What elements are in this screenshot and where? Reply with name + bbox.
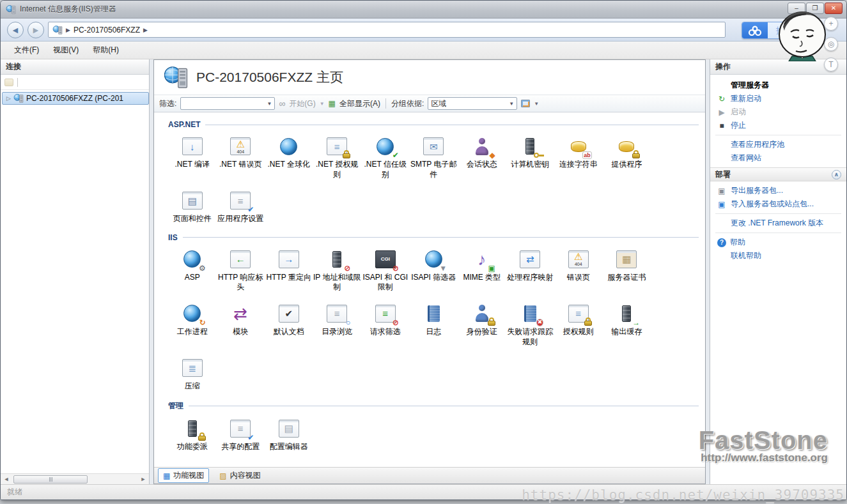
feature-isapi-filters[interactable]: ▼ISAPI 筛选器 <box>410 248 458 293</box>
save-connections-icon[interactable] <box>4 79 13 86</box>
feature-http-redirect[interactable]: →HTTP 重定向 <box>265 248 313 293</box>
restart[interactable]: ↻重新启动 <box>710 92 846 105</box>
feature-worker-processes[interactable]: ↻工作进程 <box>168 303 217 347</box>
title-bar[interactable]: Internet 信息服务(IIS)管理器 – ❐ ✕ <box>1 1 846 19</box>
feature-error-pages[interactable]: ⚠404错误页 <box>554 248 603 293</box>
tab-content-view[interactable]: ▨内容视图 <box>214 468 265 483</box>
feature-default-document[interactable]: ✔默认文档 <box>265 303 313 347</box>
baidu-netdisk-icon[interactable] <box>742 22 768 38</box>
feature-authentication[interactable]: 身份验证 <box>458 303 506 347</box>
help[interactable]: ?帮助 <box>710 236 846 249</box>
feature-net-compilation[interactable]: ↓.NET 编译 <box>168 135 217 179</box>
stop[interactable]: ■停止 <box>710 119 846 132</box>
feature-ip-address-and-domain-restrictions[interactable]: ⊘IP 地址和域限制 <box>313 248 362 293</box>
feature-label: ASP <box>185 273 200 283</box>
isapi-filters-icon: ▼ <box>421 248 446 270</box>
feature-http-response-headers[interactable]: ←HTTP 响应标头 <box>217 248 265 293</box>
change-net-framework-version[interactable]: 更改 .NET Framework 版本 <box>710 217 846 230</box>
feature-feature-delegation[interactable]: 功能委派 <box>168 418 217 452</box>
back-button[interactable]: ◄ <box>7 22 24 38</box>
action-label: 更改 .NET Framework 版本 <box>731 218 823 229</box>
view-mode-icon[interactable] <box>521 100 530 107</box>
collapse-chevron-icon[interactable]: ∧ <box>832 170 841 179</box>
breadcrumb[interactable]: PC-20170506FXZZ <box>74 26 140 34</box>
scroll-left-icon[interactable]: ◄ <box>2 476 11 482</box>
view-mode-dropdown-icon[interactable]: ▼ <box>534 101 539 107</box>
feature-mime-types[interactable]: ♪▣MIME 类型 <box>458 248 506 293</box>
menu-view[interactable]: 视图(V) <box>47 43 84 57</box>
start[interactable]: ▶启动 <box>710 105 846 119</box>
feature-request-filtering[interactable]: ≡⊘请求筛选 <box>361 303 410 347</box>
frame-shape: ▤ <box>279 420 299 438</box>
feature-configuration-editor[interactable]: ▤配置编辑器 <box>265 418 313 452</box>
feature-authorization-rules[interactable]: ≡授权规则 <box>554 303 603 347</box>
export-server-package[interactable]: ▣导出服务器包... <box>710 184 846 197</box>
feature-net-globalization[interactable]: .NET 全球化 <box>265 135 313 179</box>
online-help[interactable]: 联机帮助 <box>710 249 846 263</box>
feature-providers[interactable]: 提供程序 <box>603 135 651 179</box>
feature-output-caching[interactable]: →输出缓存 <box>603 303 651 347</box>
tab-features-view[interactable]: ▦功能视图 <box>158 468 209 483</box>
filter-input[interactable]: ▼ <box>180 97 275 110</box>
feature-pages-and-controls[interactable]: ▤页面和控件 <box>168 190 217 224</box>
feature-net-error-pages[interactable]: ⚠404.NET 错误页 <box>217 135 265 179</box>
frame-shape: ✔ <box>279 305 299 323</box>
feature-label: 错误页 <box>567 273 590 283</box>
feature-label: 功能委派 <box>177 442 208 452</box>
frame-shape: ≣ <box>182 359 203 377</box>
horizontal-scrollbar[interactable]: ◄ ► <box>1 473 149 484</box>
expander-icon[interactable]: ▷ <box>6 95 11 102</box>
group-rule <box>205 125 699 125</box>
feature-compression[interactable]: ≣压缩 <box>168 357 217 392</box>
shared-configuration-icon: ≡✔ <box>228 418 253 439</box>
authorization-rules-icon: ≡ <box>566 303 591 325</box>
frame-shape: ← <box>230 250 251 268</box>
address-box[interactable]: ▶ PC-20170506FXZZ ▶ <box>48 22 726 38</box>
scrollbar-track[interactable] <box>11 475 139 484</box>
action-label: 启动 <box>731 107 746 118</box>
feature-session-state[interactable]: ◆会话状态 <box>458 135 506 179</box>
menu-file[interactable]: 文件(F) <box>8 43 45 57</box>
feature-connection-strings[interactable]: ab连接字符串 <box>554 135 603 179</box>
import-server-or-site-package[interactable]: ▣导入服务器包或站点包... <box>710 197 846 211</box>
action-label: 查看应用程序池 <box>731 139 784 150</box>
accent-icon: ⊘ <box>392 319 399 326</box>
accent-icon: ⚙ <box>199 264 206 272</box>
go-button[interactable]: 开始(G) <box>289 98 315 109</box>
ip-address-and-domain-restrictions-icon: ⊘ <box>325 248 349 270</box>
feature-net-trust-levels[interactable]: ✔.NET 信任级别 <box>361 135 410 179</box>
mime-types-icon: ♪▣ <box>470 248 494 270</box>
feature-asp[interactable]: ⚙ASP <box>168 248 217 293</box>
menu-help[interactable]: 帮助(H) <box>87 43 125 57</box>
connections-toolbar <box>1 75 149 90</box>
status-text: 就绪 <box>7 487 22 498</box>
feature-net-authorization-rules[interactable]: ≡.NET 授权规则 <box>313 135 362 179</box>
go-dropdown-icon[interactable]: ▼ <box>320 101 325 107</box>
feature-logging[interactable]: 日志 <box>410 303 458 347</box>
logging-icon <box>421 303 446 325</box>
export-server-package-icon: ▣ <box>717 187 727 195</box>
forward-button[interactable]: ► <box>27 22 44 38</box>
feature-directory-browsing[interactable]: ≡○目录浏览 <box>313 303 362 347</box>
accent-icon: ▣ <box>488 264 495 272</box>
feature-modules[interactable]: ⇄模块 <box>217 303 265 347</box>
show-all-button[interactable]: 全部显示(A) <box>339 98 380 109</box>
view-websites[interactable]: 查看网站 <box>710 151 846 165</box>
feature-failed-request-tracing-rules[interactable]: ✖失败请求跟踪规则 <box>506 303 555 347</box>
feature-smtp-email[interactable]: ✉SMTP 电子邮件 <box>410 135 458 179</box>
feature-label: HTTP 重定向 <box>267 273 311 283</box>
server-icon <box>13 93 24 103</box>
feature-shared-configuration[interactable]: ≡✔共享的配置 <box>217 418 265 452</box>
feature-application-settings[interactable]: ≡✔应用程序设置 <box>217 190 265 224</box>
scroll-right-icon[interactable]: ► <box>139 476 148 482</box>
scrollbar-thumb[interactable] <box>13 475 88 484</box>
feature-machine-key[interactable]: 计算机密钥 <box>506 135 555 179</box>
view-application-pools[interactable]: 查看应用程序池 <box>710 138 846 151</box>
separator <box>715 135 841 135</box>
feature-handler-mappings[interactable]: ⇄处理程序映射 <box>506 248 555 293</box>
group-by-select[interactable]: 区域▼ <box>428 97 517 110</box>
group-title: 管理 <box>168 401 183 411</box>
feature-isapi-and-cgi-restrictions[interactable]: CGI⊘ISAPI 和 CGI 限制 <box>361 248 410 293</box>
feature-server-certificates[interactable]: ▦服务器证书 <box>603 248 651 293</box>
tree-item-server[interactable]: ▷ PC-20170506FXZZ (PC-201 <box>2 92 149 105</box>
